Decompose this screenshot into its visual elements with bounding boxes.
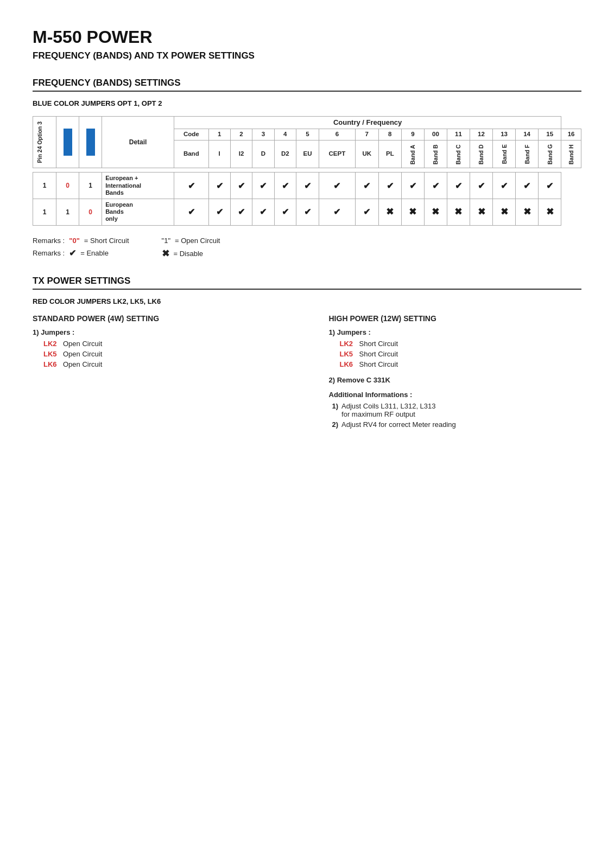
tx-section-title: TX POWER SETTINGS bbox=[33, 276, 581, 290]
remarks-right: "1" = Open Circuit ✖ = Disable bbox=[162, 237, 220, 259]
standard-jumpers-label: 1) Jumpers : bbox=[33, 328, 286, 336]
high-jumpers-label: 1) Jumpers : bbox=[329, 328, 582, 336]
spacer-row bbox=[33, 168, 581, 173]
blue-box-2 bbox=[86, 129, 95, 156]
remarks-left: Remarks : "0" = Short Circuit Remarks : … bbox=[33, 237, 129, 258]
pin24-header: Pin 24 Option 3 bbox=[35, 118, 45, 166]
jumper-item-lk2: LK2 Open Circuit bbox=[43, 340, 286, 348]
remark-row-2: Remarks : ✔ = Enable bbox=[33, 248, 129, 258]
standard-power-title: STANDARD POWER (4W) SETTING bbox=[33, 314, 286, 323]
detail-header: Detail bbox=[102, 117, 174, 168]
add-item-1: 1) Adjust Coils L311, L312, L313for maxi… bbox=[332, 402, 582, 418]
page-subtitle: FREQUENCY (BANDS) AND TX POWER SETTINGS bbox=[33, 50, 581, 61]
table-row: 1 0 1 European +InternationalBands ✔ ✔ ✔… bbox=[33, 173, 581, 199]
blue-box-1 bbox=[64, 129, 72, 156]
frequency-table: Pin 24 Option 3 Detail Country / Frequen… bbox=[33, 116, 581, 226]
additional-info: Additional Informations : 1) Adjust Coil… bbox=[329, 391, 582, 429]
high-jumper-lk5: LK5 Short Circuit bbox=[340, 350, 582, 358]
remark-row-4: ✖ = Disable bbox=[162, 248, 220, 259]
high-power-col: HIGH POWER (12W) SETTING 1) Jumpers : LK… bbox=[329, 314, 582, 431]
standard-power-col: STANDARD POWER (4W) SETTING 1) Jumpers :… bbox=[33, 314, 286, 431]
high-jumper-list: LK2 Short Circuit LK5 Short Circuit LK6 … bbox=[340, 340, 582, 368]
tx-jumper-label: RED COLOR JUMPERS LK2, LK5, LK6 bbox=[33, 297, 581, 305]
remove-c331k: 2) Remove C 331K bbox=[329, 376, 582, 384]
band-label: Band bbox=[174, 141, 208, 168]
jumper-label: BLUE COLOR JUMPERS OPT 1, OPT 2 bbox=[33, 99, 581, 107]
remark-row-3: "1" = Open Circuit bbox=[162, 237, 220, 245]
remarks-section: Remarks : "0" = Short Circuit Remarks : … bbox=[33, 237, 581, 259]
standard-jumper-list: LK2 Open Circuit LK5 Open Circuit LK6 Op… bbox=[43, 340, 286, 368]
table-row: 1 1 0 EuropeanBandsonly ✔ ✔ ✔ ✔ ✔ ✔ ✔ ✔ … bbox=[33, 199, 581, 226]
code-label: Code bbox=[174, 129, 208, 141]
freq-section-title: FREQUENCY (BANDS) SETTINGS bbox=[33, 78, 581, 92]
remark-row-1: Remarks : "0" = Short Circuit bbox=[33, 237, 129, 245]
high-power-title: HIGH POWER (12W) SETTING bbox=[329, 314, 582, 323]
jumper-item-lk6: LK6 Open Circuit bbox=[43, 360, 286, 368]
country-freq-header: Country / Frequency bbox=[174, 117, 561, 129]
add-item-2: 2) Adjust RV4 for correct Meter reading bbox=[332, 420, 582, 429]
jumper-item-lk5: LK5 Open Circuit bbox=[43, 350, 286, 358]
tx-power-columns: STANDARD POWER (4W) SETTING 1) Jumpers :… bbox=[33, 314, 581, 431]
high-jumper-lk6: LK6 Short Circuit bbox=[340, 360, 582, 368]
high-jumper-lk2: LK2 Short Circuit bbox=[340, 340, 582, 348]
page-title: M-550 POWER bbox=[33, 27, 581, 47]
